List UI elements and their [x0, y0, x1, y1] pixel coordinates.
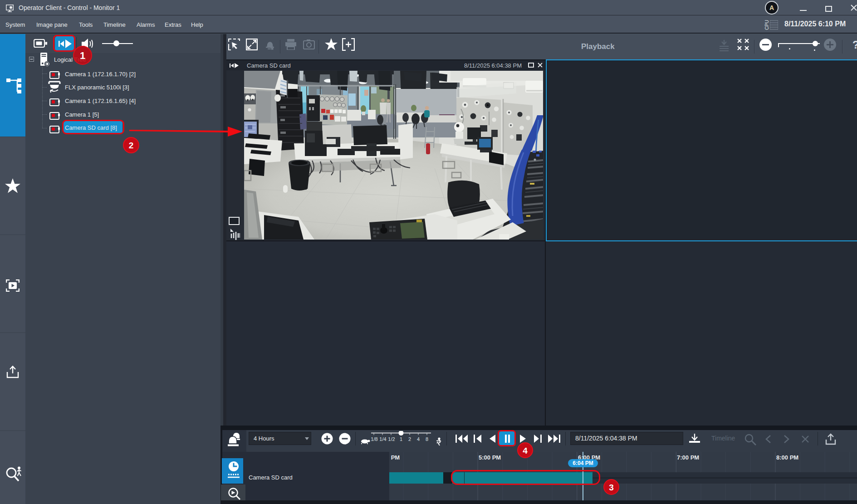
- svg-text:8: 8: [426, 436, 428, 442]
- svg-text:1: 1: [400, 436, 402, 442]
- svg-text:2: 2: [408, 436, 411, 442]
- svg-text:1/4: 1/4: [379, 436, 386, 442]
- svg-text:4: 4: [417, 436, 420, 442]
- svg-text:1/2: 1/2: [388, 436, 395, 442]
- svg-text:1/8: 1/8: [371, 436, 377, 442]
